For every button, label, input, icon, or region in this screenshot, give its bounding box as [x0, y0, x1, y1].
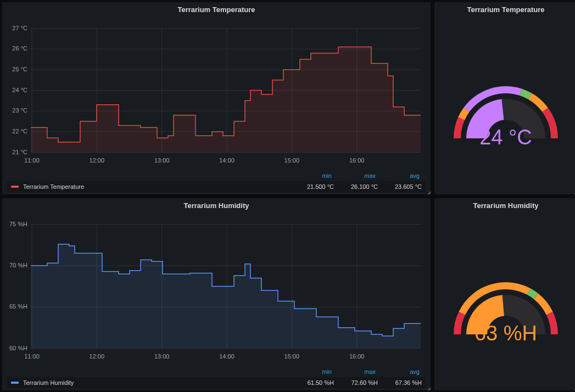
- legend-avg: 23.605 °C: [378, 183, 422, 190]
- svg-text:11:00: 11:00: [24, 157, 40, 164]
- svg-text:26 °C: 26 °C: [12, 45, 27, 52]
- legend-row[interactable]: Terrarium Temperature 21.500 °C 26.100 °…: [7, 181, 426, 192]
- svg-text:13:00: 13:00: [154, 353, 170, 360]
- chart-svg: 60 %H65 %H70 %H75 %H11:0012:0013:0014:00…: [7, 214, 426, 366]
- panel-title: Terrarium Humidity: [434, 198, 575, 212]
- svg-text:25 °C: 25 °C: [12, 66, 27, 72]
- panel-temp-chart[interactable]: Terrarium Temperature 21 °C22 °C23 °C24 …: [2, 2, 431, 194]
- gauge-value: 63 %H: [445, 322, 566, 345]
- resize-handle-icon[interactable]: [427, 191, 431, 194]
- svg-text:14:00: 14:00: [219, 157, 235, 164]
- gauge: 63 %H: [445, 252, 566, 351]
- panel-title: Terrarium Temperature: [2, 2, 431, 16]
- legend-row[interactable]: Terrarium Humidity 61.50 %H 72.60 %H 67.…: [7, 377, 426, 388]
- legend-min: 61.50 %H: [290, 379, 334, 386]
- panel-hum-chart[interactable]: Terrarium Humidity 60 %H65 %H70 %H75 %H1…: [2, 198, 431, 390]
- legend-header: min max avg: [7, 170, 426, 181]
- svg-text:21 °C: 21 °C: [12, 149, 27, 155]
- svg-text:16:00: 16:00: [349, 157, 365, 164]
- panel-hum-gauge[interactable]: Terrarium Humidity 63 %H: [434, 198, 575, 390]
- svg-text:24 °C: 24 °C: [12, 87, 27, 93]
- svg-text:15:00: 15:00: [284, 353, 300, 360]
- legend-name: Terrarium Humidity: [23, 379, 290, 386]
- legend-swatch: [11, 382, 19, 384]
- gauge: 24 °C: [445, 56, 566, 155]
- resize-handle-icon[interactable]: [427, 387, 431, 390]
- legend-avg: 67.36 %H: [378, 379, 422, 386]
- svg-text:65 %H: 65 %H: [9, 303, 27, 310]
- svg-text:16:00: 16:00: [349, 353, 365, 360]
- legend-max: 72.60 %H: [334, 379, 378, 386]
- svg-text:60 %H: 60 %H: [9, 345, 27, 351]
- legend-max: 26.100 °C: [334, 183, 378, 190]
- legend-swatch: [11, 186, 19, 188]
- legend-name: Terrarium Temperature: [23, 183, 290, 190]
- svg-text:13:00: 13:00: [154, 157, 170, 164]
- svg-text:75 %H: 75 %H: [9, 221, 27, 227]
- svg-text:22 °C: 22 °C: [12, 128, 27, 135]
- chart-area: 21 °C22 °C23 °C24 °C25 °C26 °C27 °C11:00…: [2, 16, 431, 194]
- chart-area: 60 %H65 %H70 %H75 %H11:0012:0013:0014:00…: [2, 212, 431, 390]
- svg-text:14:00: 14:00: [219, 353, 235, 360]
- svg-text:11:00: 11:00: [24, 353, 40, 360]
- legend-min: 21.500 °C: [290, 183, 334, 190]
- svg-text:70 %H: 70 %H: [9, 262, 27, 268]
- chart-svg: 21 °C22 °C23 °C24 °C25 °C26 °C27 °C11:00…: [7, 18, 426, 170]
- gauge-value: 24 °C: [445, 126, 566, 149]
- svg-text:15:00: 15:00: [284, 157, 300, 164]
- panel-title: Terrarium Humidity: [2, 198, 431, 212]
- legend-header: min max avg: [7, 366, 426, 377]
- panel-temp-gauge[interactable]: Terrarium Temperature 24 °C: [434, 2, 575, 194]
- svg-text:12:00: 12:00: [90, 157, 105, 164]
- svg-text:12:00: 12:00: [90, 353, 105, 360]
- panel-title: Terrarium Temperature: [434, 2, 575, 16]
- svg-text:27 °C: 27 °C: [12, 25, 27, 31]
- svg-text:23 °C: 23 °C: [12, 107, 27, 114]
